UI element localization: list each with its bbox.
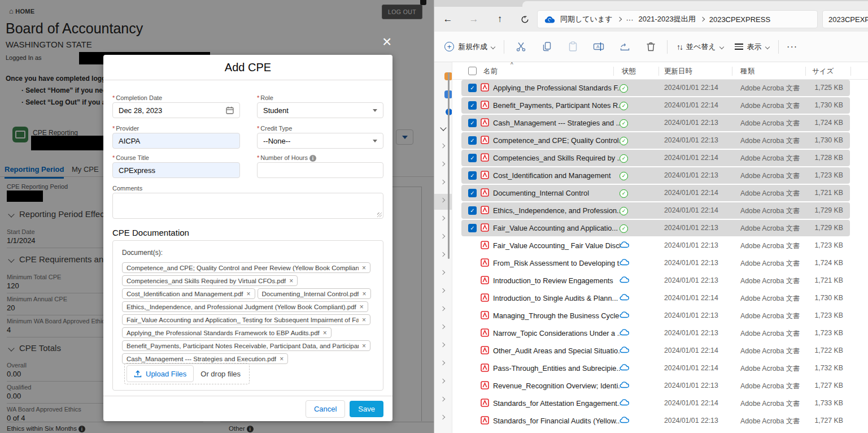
file-row[interactable]: ✓ Revenue_Recognition Overview; Identi..… [452, 377, 868, 395]
explorer-tab[interactable] [522, 1, 868, 7]
number-of-hours-input[interactable] [257, 162, 383, 178]
upload-files-button[interactable]: Upload Files [127, 365, 194, 382]
search-input[interactable]: 2023CPEXP [822, 10, 868, 28]
file-checkbox[interactable]: ✓ [468, 119, 477, 127]
info-icon[interactable]: i [309, 155, 316, 162]
column-status[interactable]: 状態 [622, 67, 636, 76]
paste-button[interactable] [560, 36, 586, 58]
breadcrumb-folder-current[interactable]: 2023CPEXPRESS [709, 15, 770, 24]
save-button[interactable]: Save [350, 401, 383, 417]
column-type[interactable]: 種類 [740, 67, 754, 76]
file-row[interactable]: ✓ Other_Audit Areas and Special Situatio… [452, 342, 868, 360]
file-row[interactable]: ✓ Ethics,_Independence, and Profession..… [452, 202, 868, 219]
select-all-checkbox[interactable] [468, 67, 477, 75]
file-row[interactable]: ✓ Pass-Through_Entities and Subrecipie..… [452, 360, 868, 377]
role-select[interactable]: Student [257, 102, 383, 118]
column-divider[interactable] [658, 67, 659, 76]
file-checkbox[interactable]: ✓ [468, 189, 477, 197]
tree-expand-chevron[interactable] [440, 288, 445, 293]
completion-date-input[interactable]: Dec 28, 2023 [112, 102, 240, 118]
file-checkbox[interactable]: ✓ [468, 84, 477, 92]
modal-close-button[interactable]: × [382, 34, 391, 50]
delete-button[interactable] [638, 36, 664, 58]
file-row[interactable]: ✓ Narrow_Topic Considerations Under a ..… [452, 324, 868, 342]
remove-document-icon[interactable]: × [247, 290, 251, 298]
tree-collapse-chevron[interactable] [440, 124, 446, 131]
tree-expand-chevron[interactable] [440, 144, 445, 148]
column-divider[interactable] [850, 67, 851, 76]
tree-scrollbar[interactable] [448, 72, 450, 259]
remove-document-icon[interactable]: × [362, 342, 366, 350]
credit-type-select[interactable]: --None-- [257, 133, 383, 149]
column-divider[interactable] [613, 67, 614, 76]
tree-expand-chevron[interactable] [440, 397, 445, 401]
file-checkbox[interactable]: ✓ [468, 171, 477, 180]
file-row[interactable]: ✓ Introduction_to Single Audits & Plann.… [452, 289, 868, 307]
file-row[interactable]: ✓ From_Risk Assessment to Developing t..… [452, 254, 868, 272]
forward-button[interactable]: → [466, 11, 482, 27]
column-divider[interactable] [732, 67, 732, 76]
file-row[interactable]: ✓ Cost_Identification and Management ✓ 2… [452, 167, 868, 184]
file-row[interactable]: ✓ Documenting_Internal Control ✓ 2024/01… [452, 184, 868, 202]
file-row[interactable]: ✓ Benefit_Payments, Participant Notes R.… [452, 97, 868, 114]
share-button[interactable] [612, 36, 638, 58]
file-row[interactable]: ✓ Fair_Value Accounting_ Fair Value Disc… [452, 237, 868, 254]
calendar-icon[interactable] [226, 106, 234, 114]
file-checkbox[interactable]: ✓ [468, 136, 477, 145]
copy-button[interactable] [534, 36, 560, 58]
remove-document-icon[interactable]: × [280, 355, 283, 363]
file-checkbox[interactable]: ✓ [468, 224, 477, 232]
refresh-button[interactable] [517, 11, 533, 27]
tree-expand-chevron[interactable] [440, 324, 445, 329]
tree-expand-chevron[interactable] [440, 361, 445, 365]
address-bar[interactable]: 同期しています ··· 2021-2023提出用 2023CPEXPRESS [537, 10, 818, 28]
file-row[interactable]: ✓ Applying_the Professional Standards F.… [452, 79, 868, 97]
view-button[interactable]: 表示 [729, 36, 775, 58]
file-row[interactable]: ✓ Competence_and CPE; Quality Control...… [452, 132, 868, 149]
cut-button[interactable] [508, 36, 534, 58]
tree-expand-chevron[interactable] [440, 306, 445, 311]
remove-document-icon[interactable]: × [362, 316, 366, 324]
file-row[interactable]: ✓ Fair_Value Accounting and Applicatio..… [452, 219, 868, 237]
file-checkbox[interactable]: ✓ [468, 101, 477, 110]
new-button[interactable]: + 新規作成 [439, 36, 500, 58]
file-checkbox[interactable]: ✓ [468, 206, 477, 215]
column-divider[interactable] [805, 67, 806, 76]
back-button[interactable]: ← [440, 11, 456, 27]
tree-expand-chevron[interactable] [440, 343, 445, 347]
tree-expand-chevron[interactable] [440, 216, 445, 220]
tree-expand-chevron[interactable] [440, 379, 445, 383]
tree-expand-chevron[interactable] [440, 180, 445, 184]
remove-document-icon[interactable]: × [289, 277, 293, 285]
comments-textarea[interactable] [112, 193, 383, 219]
column-name[interactable]: 名前 [483, 67, 498, 76]
file-row[interactable]: ✓ Competencies_and Skills Required by ..… [452, 149, 868, 167]
up-button[interactable]: ↑ [492, 11, 508, 27]
rename-button[interactable]: A [586, 36, 612, 58]
tree-expand-chevron[interactable] [440, 270, 445, 275]
remove-document-icon[interactable]: × [323, 329, 327, 337]
tree-expand-chevron[interactable] [440, 234, 445, 239]
file-row[interactable]: ✓ Cash_Management --- Strategies and ...… [452, 114, 868, 132]
provider-input[interactable]: AICPA [112, 133, 240, 149]
file-row[interactable]: ✓ Standards_for Attestation Engagement..… [452, 395, 868, 412]
cancel-button[interactable]: Cancel [306, 400, 345, 418]
breadcrumb-folder[interactable]: 2021-2023提出用 [639, 14, 696, 24]
resize-handle[interactable] [377, 213, 382, 217]
remove-document-icon[interactable]: × [360, 303, 364, 311]
column-size[interactable]: サイズ [812, 67, 834, 76]
sort-button[interactable]: ↑↓ 並べ替え [671, 36, 729, 58]
remove-document-icon[interactable]: × [362, 264, 366, 272]
upload-dropzone[interactable]: Upload Files Or drop files [124, 363, 250, 384]
more-options-button[interactable]: ··· [782, 36, 802, 58]
course-title-input[interactable]: CPExpress [112, 162, 240, 178]
file-checkbox[interactable]: ✓ [468, 154, 477, 162]
column-modified[interactable]: 更新日時 [664, 67, 692, 76]
tree-expand-chevron[interactable] [440, 415, 445, 419]
file-row[interactable]: ✓ Standards_for Financial Audits (Yellow… [452, 412, 868, 430]
breadcrumb-overflow[interactable]: ··· [626, 15, 634, 24]
file-row[interactable]: ✓ Introduction_to Review Engagements 202… [452, 272, 868, 289]
file-row[interactable]: ✓ Managing_Through the Business Cycle 20… [452, 307, 868, 324]
tree-expand-chevron[interactable] [440, 252, 445, 257]
remove-document-icon[interactable]: × [362, 290, 366, 298]
